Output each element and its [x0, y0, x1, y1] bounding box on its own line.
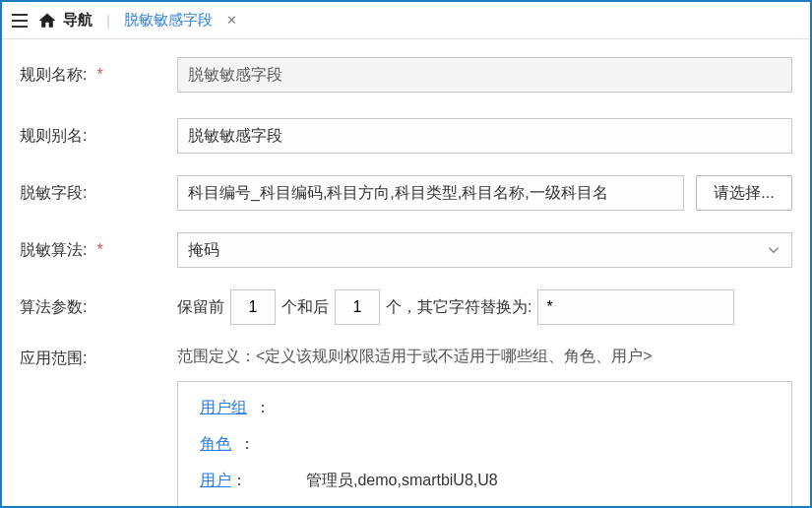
form: 规则名称: * 规则别名: 脱敏字段: 请选择... — [2, 39, 810, 508]
required-mark: * — [96, 66, 102, 84]
link-user-group[interactable]: 用户组 — [200, 398, 247, 418]
topbar: 导航 | 脱敏敏感字段 ✕ — [2, 2, 810, 39]
link-user[interactable]: 用户 — [200, 472, 231, 488]
nav-label[interactable]: 导航 — [63, 11, 93, 30]
scope-definition: 范围定义：<定义该规则权限适用于或不适用于哪些组、角色、用户> — [177, 347, 792, 367]
scope-box: 用户组： 角色： 用户： 管理员,demo,smartbiU8,U8 — [177, 381, 792, 508]
text-keep-front: 保留前 — [177, 297, 224, 318]
row-mask-algo: 脱敏算法: * 掩码 — [20, 232, 792, 268]
row-params: 算法参数: 保留前 个和后 个，其它字符替换为: — [20, 289, 792, 325]
keep-front-input[interactable] — [230, 289, 276, 325]
label-rule-name: 规则名称: — [20, 65, 87, 86]
link-role[interactable]: 角色 — [200, 434, 231, 455]
text-and-back: 个和后 — [281, 297, 329, 318]
required-mark: * — [96, 241, 102, 259]
app-frame: { "topbar": { "nav_label": "导航", "crumb"… — [0, 0, 812, 508]
rule-alias-input[interactable] — [177, 118, 792, 154]
home-icon[interactable] — [37, 11, 57, 31]
label-rule-alias: 规则别名: — [20, 126, 87, 147]
breadcrumb-separator: | — [106, 12, 110, 29]
choose-field-button[interactable]: 请选择... — [696, 175, 792, 211]
scope-def-hint: <定义该规则权限适用于或不适用于哪些组、角色、用户> — [256, 348, 653, 364]
text-suffix: 个，其它字符替换为: — [386, 297, 531, 318]
row-scope: 应用范围: 范围定义：<定义该规则权限适用于或不适用于哪些组、角色、用户> 用户… — [20, 347, 792, 508]
scope-def-prefix: 范围定义： — [177, 348, 256, 364]
row-rule-name: 规则名称: * — [20, 57, 792, 93]
colon: ： — [239, 434, 255, 455]
mask-field-input[interactable] — [177, 175, 684, 211]
rule-name-input[interactable] — [177, 57, 792, 93]
replace-char-input[interactable] — [537, 289, 734, 325]
colon: ： — [255, 398, 271, 418]
row-mask-field: 脱敏字段: 请选择... — [20, 175, 792, 211]
label-mask-field: 脱敏字段: — [20, 183, 87, 204]
row-rule-alias: 规则别名: — [20, 118, 792, 154]
hamburger-icon[interactable] — [12, 14, 28, 28]
keep-back-input[interactable] — [335, 289, 380, 325]
mask-algo-value: 掩码 — [177, 232, 792, 268]
colon: ： — [231, 472, 247, 488]
mask-algo-select[interactable]: 掩码 — [177, 232, 792, 268]
label-scope: 应用范围: — [20, 349, 87, 369]
user-value: 管理员,demo,smartbiU8,U8 — [306, 471, 498, 491]
label-params: 算法参数: — [20, 297, 87, 318]
breadcrumb-current[interactable]: 脱敏敏感字段 — [124, 11, 213, 30]
label-mask-algo: 脱敏算法: — [20, 240, 87, 261]
close-tab-icon[interactable]: ✕ — [226, 13, 237, 28]
